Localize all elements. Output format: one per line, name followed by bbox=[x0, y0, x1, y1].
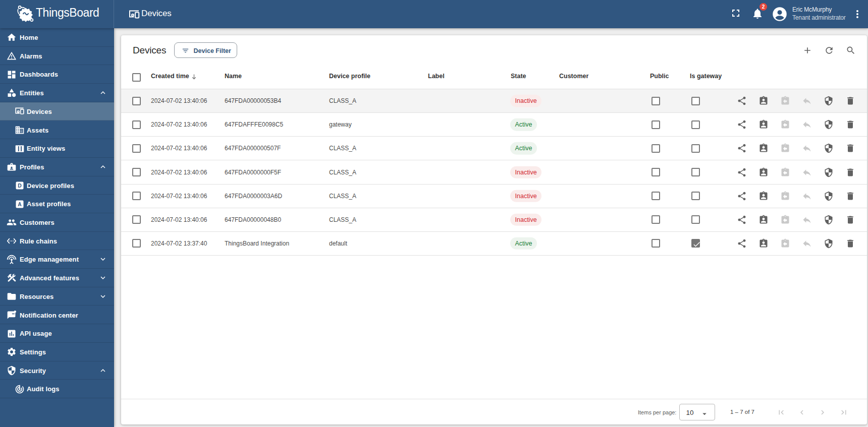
svg-text:A: A bbox=[18, 202, 22, 207]
svg-text:D: D bbox=[18, 183, 22, 189]
